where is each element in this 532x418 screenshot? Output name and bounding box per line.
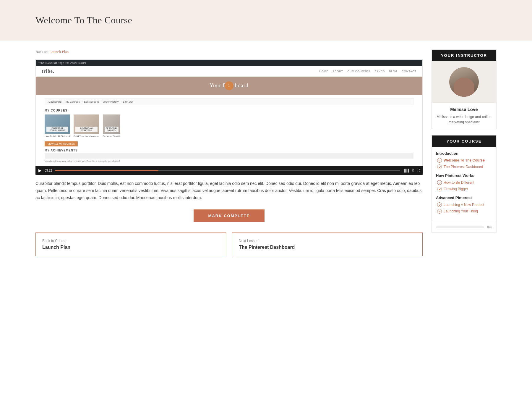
check-icon-growing-bigger xyxy=(437,187,442,191)
dash-course-label-1: PINTERESTFOR BUSINESS xyxy=(46,127,68,132)
video-ctrl-icons: ▐▌▌ ⚙ ⛶ xyxy=(403,169,420,172)
course-section-how-pinterest-works: How Pinterest Works How to Be Different xyxy=(436,173,492,191)
dash-course-name-2: Build Your Instabusiness xyxy=(74,135,99,138)
page-title: Welcome To The Course xyxy=(35,15,132,26)
dash-course-card-1: PINTERESTFOR BUSINESS xyxy=(45,114,70,134)
course-card: YOUR COURSE Introduction Welcome To The … xyxy=(432,135,497,233)
mark-complete-wrap: MARK COMPLETE xyxy=(35,209,423,222)
instructor-card: YOUR INSTRUCTOR Melissa Love Melissa is … xyxy=(432,49,497,129)
progress-section: 0% xyxy=(432,222,496,232)
lesson-welcome-to-course: Welcome To The Course xyxy=(436,158,492,163)
volume-icon[interactable]: ▐▌▌ xyxy=(403,169,410,172)
lesson-link-how-different[interactable]: How to Be Different xyxy=(444,180,474,185)
dash-body: Dashboard → My Courses → Edit Account → … xyxy=(36,95,422,166)
dash-achievements-title: MY ACHIEVEMENTS xyxy=(45,149,413,152)
lesson-launching-new-product: Launching A New Product xyxy=(436,202,492,207)
section-title-advanced-pinterest: Advanced Pinterest xyxy=(436,196,492,200)
dash-toolbar: Tribe +New Edit Page Exit Visual Builder xyxy=(36,60,422,66)
back-to-course-card[interactable]: Back to Course Launch Plan xyxy=(35,233,226,256)
course-header: YOUR COURSE xyxy=(432,135,496,147)
dash-my-courses-title: MY COURSES xyxy=(45,109,413,112)
dash-logo: tribe. xyxy=(42,69,54,74)
dash-course-label-2: INSTAGRAMSTRATEGY xyxy=(75,127,98,132)
dash-toolbar-text: Tribe +New Edit Page Exit Visual Builder xyxy=(38,62,86,64)
breadcrumb: Back to: Launch Plan xyxy=(35,49,423,54)
next-lesson-title: The Pinterest Dashboard xyxy=(239,245,416,250)
instructor-photo-wrap xyxy=(432,61,496,103)
dash-course-3: PERSONALGROWTH Personal Growth xyxy=(103,114,121,138)
sidebar-progress-bar xyxy=(436,226,484,228)
sidebar: YOUR INSTRUCTOR Melissa Love Melissa is … xyxy=(432,49,497,256)
course-section-advanced-pinterest: Advanced Pinterest Launching A New Produ… xyxy=(436,196,492,214)
dash-play-circle: 1 xyxy=(225,81,233,90)
dash-achievements-text: You do not have any achievements yet. En… xyxy=(45,160,413,162)
view-all-courses-btn[interactable]: VIEW ALL MY COURSES xyxy=(45,141,78,146)
next-lesson-card[interactable]: Next Lesson The Pinterest Dashboard xyxy=(232,233,423,256)
dashboard-screenshot: Tribe +New Edit Page Exit Visual Builder… xyxy=(35,59,423,166)
lesson-link-launching-new[interactable]: Launching A New Product xyxy=(444,203,484,207)
instructor-photo xyxy=(449,67,479,97)
video-container: Tribe +New Edit Page Exit Visual Builder… xyxy=(35,59,423,175)
lesson-link-growing-bigger[interactable]: Growing Bigger xyxy=(444,187,468,191)
dash-course-name-3: Personal Growth xyxy=(103,135,121,138)
check-icon-welcome xyxy=(437,158,442,163)
settings-icon[interactable]: ⚙ xyxy=(412,169,415,172)
instructor-name: Melissa Love xyxy=(436,107,492,112)
back-course-label: Back to Course xyxy=(42,239,219,243)
check-icon-pinterest-dashboard xyxy=(437,164,442,169)
lesson-link-welcome[interactable]: Welcome To The Course xyxy=(444,158,485,162)
check-icon-launching-thing xyxy=(437,209,442,214)
check-icon-how-different xyxy=(437,180,442,185)
video-progress-bar[interactable] xyxy=(55,170,400,171)
dash-course-card-2: INSTAGRAMSTRATEGY xyxy=(74,114,99,134)
instructor-photo-inner xyxy=(449,67,479,97)
instructor-header: YOUR INSTRUCTOR xyxy=(432,50,496,61)
instructor-bio: Melissa is a web design and online marke… xyxy=(436,114,492,125)
course-section-introduction: Introduction Welcome To The Course xyxy=(436,151,492,169)
time-display: 03:22 xyxy=(45,169,52,172)
lesson-launching-your-thing: Launching Your Thing xyxy=(436,209,492,214)
play-button-icon[interactable]: ▶ xyxy=(38,168,42,173)
lesson-link-launching-thing[interactable]: Launching Your Thing xyxy=(444,209,478,213)
content-area: Back to: Launch Plan Tribe +New Edit Pag… xyxy=(35,49,423,256)
dash-nav-links: HOME ABOUT OUR COURSES RAVES BLOG CONTAC… xyxy=(319,70,416,73)
dash-nav: tribe. HOME ABOUT OUR COURSES RAVES BLOG… xyxy=(36,66,422,77)
check-icon-launching-new xyxy=(437,202,442,207)
lesson-pinterest-dashboard: The Pinterest Dashboard xyxy=(436,164,492,169)
breadcrumb-label: Back to: xyxy=(35,49,48,54)
dash-hero: Your Dashboard 1 xyxy=(36,77,422,95)
main-container: Back to: Launch Plan Tribe +New Edit Pag… xyxy=(0,41,532,265)
nav-cards: Back to Course Launch Plan Next Lesson T… xyxy=(35,233,423,256)
dash-course-card-3: PERSONALGROWTH xyxy=(103,114,121,134)
mark-complete-button[interactable]: MARK COMPLETE xyxy=(194,209,265,222)
video-controls: ▶ 03:22 ▐▌▌ ⚙ ⛶ xyxy=(35,166,423,175)
dash-breadcrumb: Dashboard → My Courses → Edit Account → … xyxy=(45,98,413,105)
dash-courses: PINTERESTFOR BUSINESS How To Win At Pint… xyxy=(45,114,413,138)
lesson-description: Curabitur blandit tempus porttitor. Duis… xyxy=(35,180,423,201)
top-banner: Welcome To The Course xyxy=(0,0,532,41)
dash-course-label-3: PERSONALGROWTH xyxy=(105,127,119,132)
progress-percentage: 0% xyxy=(487,225,492,229)
dash-course-2: INSTAGRAMSTRATEGY Build Your Instabusine… xyxy=(74,114,99,138)
dash-course-1: PINTERESTFOR BUSINESS How To Win At Pint… xyxy=(45,114,70,138)
lesson-link-pinterest-dashboard[interactable]: The Pinterest Dashboard xyxy=(444,165,483,169)
fullscreen-icon[interactable]: ⛶ xyxy=(416,169,420,172)
dash-course-name-1: How To Win At Pinterest xyxy=(45,135,70,138)
section-title-how-pinterest: How Pinterest Works xyxy=(436,173,492,178)
back-course-title: Launch Plan xyxy=(42,245,219,250)
video-progress-fill xyxy=(55,170,158,171)
instructor-info: Melissa Love Melissa is a web design and… xyxy=(432,103,496,129)
lesson-growing-bigger: Growing Bigger xyxy=(436,187,492,191)
breadcrumb-link[interactable]: Launch Plan xyxy=(49,49,69,54)
course-content: Introduction Welcome To The Course xyxy=(432,147,496,222)
lesson-how-to-be-different: How to Be Different xyxy=(436,180,492,185)
section-title-introduction: Introduction xyxy=(436,151,492,156)
dash-achievements-bar xyxy=(45,153,413,159)
next-lesson-label: Next Lesson xyxy=(239,239,416,243)
